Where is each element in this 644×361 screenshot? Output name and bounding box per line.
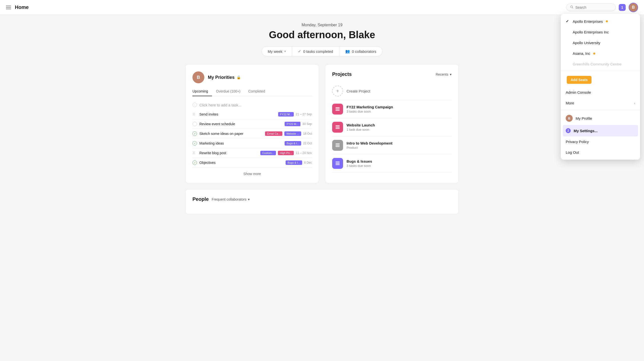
check-icon: ✓	[298, 49, 301, 54]
task-date: 21 – 27 Sep	[296, 113, 312, 116]
task-tag: High Pri...	[278, 151, 294, 155]
my-profile-label: My Profile	[576, 116, 592, 121]
task-right: FY22 M... 21 – 27 Sep	[278, 112, 312, 117]
task-item[interactable]: ✓ Objectives Bugs & I... 8 Dec	[192, 158, 312, 168]
project-item[interactable]: FY22 Marketing Campaign 3 tasks due soon	[332, 100, 452, 118]
task-date: 18 Oct	[303, 132, 312, 135]
task-right: Bugs & I... 8 Dec	[286, 160, 312, 165]
task-tag: Website ...	[284, 131, 301, 136]
topbar-right: 1 B	[566, 3, 638, 12]
task-left: ⧖ Rewrite blog post	[192, 151, 226, 155]
dropdown-org-greenhills-community-centre[interactable]: Greenhills Community Centre	[561, 59, 640, 70]
log-out-label: Log Out	[566, 150, 579, 154]
frequent-collaborators-button[interactable]: Frequent collaborators ▾	[212, 197, 250, 201]
org-name: Apollo Enterprises Inc	[573, 30, 609, 34]
task-item[interactable]: Review event schedule FY22 M... 30 Sep	[192, 119, 312, 129]
search-input[interactable]	[576, 6, 608, 10]
avatar-button[interactable]: B	[629, 3, 638, 12]
task-date: 22 Oct	[303, 142, 312, 145]
create-project-icon: +	[332, 86, 343, 97]
cards-row: B My Priorities 🔒 Upcoming Overdue (100+…	[185, 64, 459, 183]
topbar: Home 1 B	[0, 0, 644, 15]
org-name: Apollo Enterprises	[573, 19, 603, 24]
page-title: Home	[15, 5, 29, 10]
notification-badge[interactable]: 1	[619, 4, 626, 11]
task-item[interactable]: ✓ Sketch some ideas on paper Email Ca...…	[192, 129, 312, 139]
avatar: B	[192, 71, 204, 83]
task-name: Rewrite blog post	[200, 151, 226, 155]
task-item[interactable]: ⧖ Send invites FY22 M... 21 – 27 Sep	[192, 110, 312, 119]
svg-rect-2	[336, 107, 340, 108]
task-name: Review event schedule	[200, 122, 235, 126]
more-item[interactable]: More›	[561, 98, 640, 108]
privacy-policy-item[interactable]: Privacy Policy	[561, 136, 640, 147]
task-left: ✓ Objectives	[192, 160, 216, 165]
project-info: Website Launch 1 task due soon	[346, 123, 375, 131]
dropdown-divider	[561, 71, 640, 71]
card-header: B My Priorities 🔒	[192, 71, 312, 83]
dropdown-org-asana,-inc[interactable]: Asana, Inc	[561, 48, 640, 59]
search-box[interactable]	[566, 4, 616, 11]
task-left: ⧖ Send invites	[192, 112, 218, 117]
org-name: Greenhills Community Centre	[573, 62, 622, 66]
add-task-icon: ○	[192, 103, 197, 107]
tab-upcoming[interactable]: Upcoming	[192, 87, 212, 96]
task-name: Marketing ideas	[200, 141, 224, 145]
task-tag: Custom...	[260, 151, 276, 155]
card-title: My Priorities 🔒	[208, 75, 241, 80]
projects-header: Projects Recents ▾	[332, 71, 452, 77]
hero-stats-bar: My week ▾ ✓ 0 tasks completed 👥 0 collab…	[262, 46, 382, 56]
task-item[interactable]: ⧖ Rewrite blog post Custom...High Pri...…	[192, 148, 312, 158]
chevron-down-icon: ▾	[450, 72, 452, 76]
task-right: Bugs & I... 22 Oct	[284, 141, 312, 146]
tab-overdue[interactable]: Overdue (100+)	[212, 87, 244, 96]
hamburger-menu[interactable]	[6, 6, 11, 9]
user-avatar: B	[566, 115, 573, 122]
add-seats-button[interactable]: Add Seats	[567, 76, 592, 84]
task-left: ✓ Sketch some ideas on paper	[192, 131, 243, 136]
svg-rect-8	[336, 144, 340, 144]
dropdown-org-apollo-enterprises[interactable]: ✓Apollo Enterprises	[561, 16, 640, 27]
my-week-stat[interactable]: My week ▾	[262, 47, 292, 56]
svg-line-1	[572, 8, 573, 9]
projects-card: Projects Recents ▾ + Create Project FY22…	[325, 64, 459, 183]
task-item[interactable]: ✓ Marketing ideas Bugs & I... 22 Oct	[192, 139, 312, 148]
project-info: Intro to Web Development Product	[346, 141, 392, 150]
collaborators-stat: 👥 0 collaborators	[339, 47, 382, 56]
search-icon	[570, 5, 574, 10]
project-item[interactable]: Website Launch 1 task due soon	[332, 118, 452, 136]
collaborators-icon: 👥	[345, 49, 350, 54]
recents-button[interactable]: Recents ▾	[436, 72, 452, 76]
svg-rect-7	[336, 128, 340, 129]
project-item[interactable]: Intro to Web Development Product	[332, 136, 452, 154]
tasks-completed-value: 0 tasks completed	[303, 49, 333, 54]
task-left: ✓ Marketing ideas	[192, 141, 224, 146]
svg-rect-5	[336, 125, 340, 126]
my-profile-item[interactable]: BMy Profile	[561, 112, 640, 125]
dropdown-org-apollo-enterprises-inc[interactable]: Apollo Enterprises Inc	[561, 27, 640, 38]
task-right: Email Ca...Website ... 18 Oct	[265, 131, 312, 136]
create-project-row[interactable]: + Create Project	[332, 82, 452, 100]
lock-icon: 🔒	[236, 75, 241, 79]
project-list: FY22 Marketing Campaign 3 tasks due soon…	[332, 100, 452, 173]
admin-console-item[interactable]: Admin Console	[561, 87, 640, 98]
project-info: FY22 Marketing Campaign 3 tasks due soon	[346, 105, 393, 113]
add-task-row[interactable]: ○ Click here to add a task...	[192, 100, 312, 110]
tab-completed[interactable]: Completed	[244, 87, 269, 96]
log-out-item[interactable]: Log Out	[561, 147, 640, 158]
dropdown-org-apollo-university[interactable]: Apollo University	[561, 38, 640, 48]
my-settings-item[interactable]: 2My Settings...	[563, 125, 638, 136]
my-priorities-card: B My Priorities 🔒 Upcoming Overdue (100+…	[185, 64, 319, 183]
task-tag: FY22 M...	[278, 112, 294, 117]
project-sub: Product	[346, 146, 392, 150]
project-sub: 3 tasks due soon	[346, 164, 372, 168]
project-icon	[332, 104, 343, 115]
task-tag: Email Ca...	[265, 131, 282, 136]
svg-rect-4	[336, 110, 340, 111]
show-more-button[interactable]: Show more	[244, 172, 261, 176]
project-name: Bugs & Issues	[346, 159, 372, 163]
card-tabs: Upcoming Overdue (100+) Completed	[192, 87, 312, 96]
chevron-down-icon: ▾	[284, 50, 286, 53]
project-item[interactable]: Bugs & Issues 3 tasks due soon	[332, 154, 452, 173]
task-name: Objectives	[200, 161, 216, 165]
